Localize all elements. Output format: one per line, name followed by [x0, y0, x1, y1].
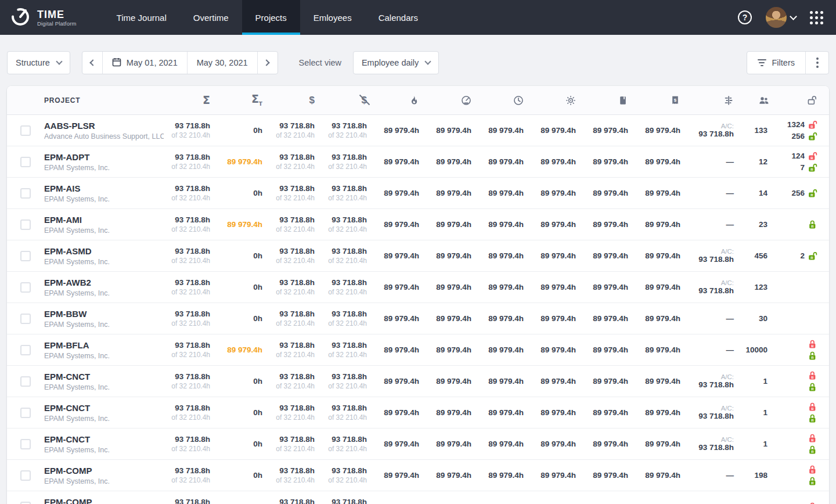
- total-hours-cell: 93 718.8hof 32 210.4h: [164, 278, 216, 296]
- clock-hours-cell: 89 979.4h: [477, 126, 529, 135]
- row-checkbox[interactable]: [20, 314, 31, 324]
- project-name: EPM-CNCT: [44, 434, 159, 444]
- lock-open-green-r-icon: 7R: [800, 163, 817, 172]
- table-row: EPM-AWB2 EPAM Systems, Inc. 93 718.8hof …: [7, 272, 829, 303]
- row-checkbox[interactable]: [20, 188, 31, 199]
- gauge-hours-cell: 89 979.4h: [425, 345, 477, 354]
- row-checkbox[interactable]: [20, 125, 31, 136]
- nav-item-overtime[interactable]: Overtime: [180, 0, 242, 35]
- non-billable-hours-cell: 93 718.8hof 32 210.4h: [320, 498, 373, 504]
- clock-hours-cell: 89 979.4h: [477, 440, 529, 448]
- nav-item-projects[interactable]: Projects: [242, 0, 300, 35]
- row-checkbox[interactable]: [20, 345, 31, 355]
- view-dropdown[interactable]: Employee daily: [353, 51, 439, 74]
- project-cell[interactable]: EPM-ADPT EPAM Systems, Inc.: [44, 152, 164, 172]
- filters-button[interactable]: Filters: [747, 52, 805, 74]
- project-cell[interactable]: EPM-AMI EPAM Systems, Inc.: [44, 215, 164, 235]
- gauge-hours-cell: 89 979.4h: [425, 157, 477, 166]
- sun-hours-cell: 89 979.4h: [529, 220, 582, 229]
- project-cell[interactable]: EPM-AIS EPAM Systems, Inc.: [44, 183, 164, 203]
- project-company: EPAM Systems, Inc.: [44, 477, 159, 485]
- row-checkbox[interactable]: [20, 157, 31, 167]
- total-hours-cell: 93 718.8hof 32 210.4h: [164, 466, 216, 484]
- ac-hours-cell: A/C: 93 718.8h: [686, 279, 740, 295]
- gauge-icon[interactable]: [425, 95, 477, 106]
- svg-text:R: R: [810, 256, 813, 260]
- clock-icon[interactable]: [477, 95, 529, 106]
- row-checkbox[interactable]: [20, 502, 31, 504]
- nav-item-calendars[interactable]: Calendars: [365, 0, 431, 35]
- select-view-label: Select view: [299, 58, 341, 67]
- tune-icon[interactable]: [686, 95, 740, 106]
- gauge-hours-cell: 89 979.4h: [425, 440, 477, 448]
- project-cell[interactable]: EPM-BBW EPAM Systems, Inc.: [44, 309, 164, 329]
- row-checkbox[interactable]: [20, 470, 31, 481]
- project-cell[interactable]: EPM-CNCT EPAM Systems, Inc.: [44, 434, 164, 454]
- project-cell[interactable]: EPM-BFLA EPAM Systems, Inc.: [44, 340, 164, 360]
- project-cell[interactable]: EPM-CNCT EPAM Systems, Inc.: [44, 372, 164, 391]
- project-cell[interactable]: EPM-AWB2 EPAM Systems, Inc.: [44, 278, 164, 297]
- next-period-button[interactable]: [258, 52, 278, 74]
- dollar-crossed-icon[interactable]: $: [320, 95, 373, 105]
- people-icon[interactable]: [740, 95, 776, 106]
- row-checkbox[interactable]: [20, 408, 31, 418]
- user-menu[interactable]: [766, 7, 796, 28]
- table-row: EPM-CNCT EPAM Systems, Inc. 93 718.8hof …: [7, 429, 829, 460]
- project-cell[interactable]: EPM-COMP EPAM Systems, Inc.: [44, 497, 164, 504]
- svg-text:R: R: [810, 168, 813, 171]
- people-count-cell: 23: [740, 220, 776, 229]
- nav-item-time-journal[interactable]: Time Journal: [103, 0, 180, 35]
- invoice-dollar-icon[interactable]: $: [634, 95, 686, 106]
- project-company: EPAM Systems, Inc.: [44, 415, 159, 423]
- sigma-total-icon[interactable]: Σ: [164, 95, 216, 106]
- brand: TIME Digital Platform: [0, 0, 87, 35]
- structure-dropdown[interactable]: Structure: [7, 51, 70, 74]
- billable-hours-cell: 93 718.8hof 32 210.4h: [268, 121, 320, 139]
- flame-icon[interactable]: [373, 95, 425, 106]
- project-cell[interactable]: EPM-CNCT EPAM Systems, Inc.: [44, 403, 164, 423]
- help-icon[interactable]: ?: [738, 10, 752, 24]
- project-name: EPM-BFLA: [44, 340, 159, 350]
- svg-text:R: R: [810, 193, 813, 197]
- row-checkbox[interactable]: [20, 282, 31, 293]
- invoice-hours-cell: 89 979.4h: [634, 345, 686, 354]
- flame-hours-cell: 89 979.4h: [373, 440, 425, 448]
- total-hours-cell: 93 718.8hof 32 210.4h: [164, 184, 216, 202]
- total-t-hours-cell: 0h: [216, 251, 268, 260]
- filters-label: Filters: [772, 58, 795, 67]
- dollar-icon[interactable]: $: [268, 95, 320, 105]
- project-cell[interactable]: EPM-COMP EPAM Systems, Inc.: [44, 466, 164, 485]
- project-company: EPAM Systems, Inc.: [44, 446, 159, 454]
- row-checkbox[interactable]: [20, 376, 31, 387]
- top-navbar: TIME Digital Platform Time JournalOverti…: [0, 0, 836, 35]
- row-checkbox[interactable]: [20, 219, 31, 230]
- book-icon[interactable]: [582, 95, 634, 106]
- date-from-field[interactable]: May 01, 2021: [102, 52, 187, 74]
- non-billable-hours-cell: 93 718.8hof 32 210.4h: [320, 215, 373, 233]
- more-options-button[interactable]: [805, 52, 828, 74]
- flame-hours-cell: 89 979.4h: [373, 220, 425, 229]
- row-checkbox[interactable]: [20, 251, 31, 261]
- project-cell[interactable]: EPM-ASMD EPAM Systems, Inc.: [44, 246, 164, 266]
- total-hours-cell: 93 718.8hof 32 210.4h: [164, 309, 216, 327]
- project-cell[interactable]: AABS-PLSR Advance Auto Business Support,…: [44, 121, 164, 141]
- row-checkbox[interactable]: [20, 439, 31, 449]
- nav-item-emloyees[interactable]: Emloyees: [300, 0, 365, 35]
- people-count-cell: 1: [740, 440, 776, 448]
- flame-hours-cell: 89 979.4h: [373, 157, 425, 166]
- billable-hours-cell: 93 718.8hof 32 210.4h: [268, 184, 320, 202]
- stopwatch-logo-icon: [9, 5, 31, 30]
- lock-open-red-b-icon: 1324B: [787, 120, 817, 129]
- view-value: Employee daily: [362, 58, 419, 67]
- apps-grid-icon[interactable]: [810, 11, 823, 24]
- sun-icon[interactable]: [529, 95, 582, 106]
- date-to-field[interactable]: May 30, 2021: [187, 52, 258, 74]
- clock-hours-cell: 89 979.4h: [477, 471, 529, 480]
- prev-period-button[interactable]: [82, 52, 102, 74]
- sigma-t-icon[interactable]: ΣT: [216, 93, 268, 107]
- non-billable-hours-cell: 93 718.8hof 32 210.4h: [320, 247, 373, 265]
- invoice-hours-cell: 89 979.4h: [634, 189, 686, 197]
- lock-open-icon[interactable]: [776, 95, 829, 106]
- people-count-cell: 123: [740, 283, 776, 291]
- avatar[interactable]: [766, 7, 787, 28]
